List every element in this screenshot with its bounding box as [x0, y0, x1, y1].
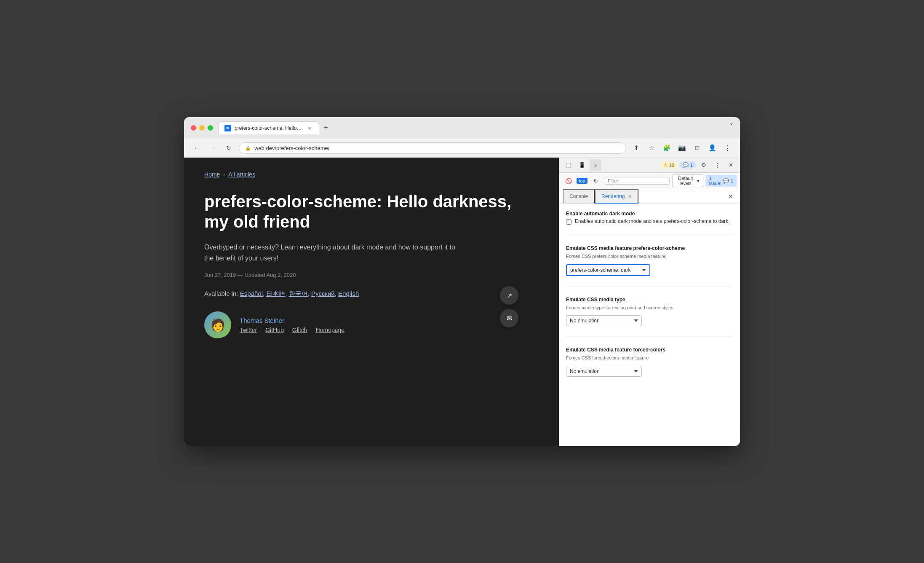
maximize-traffic-light[interactable] — [208, 125, 213, 131]
breadcrumb-separator: › — [223, 172, 225, 177]
traffic-lights — [191, 125, 213, 131]
auto-dark-mode-checkbox-row: Enables automatic dark mode and sets pre… — [566, 218, 733, 225]
tab-console[interactable]: Console — [563, 189, 595, 204]
emulate-color-scheme-desc: Forces CSS prefers-color-scheme media fe… — [566, 253, 733, 260]
author-section: 🧑 Thomas Steiner Twitter GitHub Glitch H… — [204, 311, 539, 338]
warning-badge[interactable]: ⚠ 10 — [660, 161, 678, 169]
tab-title: prefers-color-scheme: Hello d... — [235, 125, 303, 131]
devtools-panel: ⬚ 📱 » ⚠ 10 💬 1 ⚙ ⋮ — [559, 158, 740, 446]
console-filter-input[interactable] — [604, 177, 670, 185]
author-homepage-link[interactable]: Homepage — [316, 327, 345, 333]
author-name: Thomas Steiner — [240, 317, 344, 324]
author-github-link[interactable]: GitHub — [265, 327, 284, 333]
tabs-row: ≋ prefers-color-scheme: Hello d... ✕ + — [218, 121, 725, 134]
breadcrumb-articles[interactable]: All articles — [228, 171, 255, 178]
nav-actions: ⬆ ☆ 🧩 📷 ⊡ 👤 ⋮ — [630, 142, 733, 154]
devtools-toolbar: ⬚ 📱 » ⚠ 10 💬 1 ⚙ ⋮ — [559, 158, 740, 173]
browser-window: ≋ prefers-color-scheme: Hello d... ✕ + ˅ — [184, 117, 740, 446]
rendering-panel: Enable automatic dark mode Enables autom… — [559, 204, 740, 446]
devtools-secondary-toolbar: 🚫 top ↻ Default levels ▾ 1 Issue: 💬 1 — [559, 173, 740, 189]
lang-english[interactable]: English — [338, 290, 359, 297]
auto-dark-mode-section: Enable automatic dark mode Enables autom… — [566, 211, 733, 235]
clear-console-button[interactable]: 🚫 — [563, 175, 574, 187]
breadcrumb-home[interactable]: Home — [204, 171, 220, 178]
minimize-traffic-light[interactable] — [199, 125, 205, 131]
lang-russian[interactable]: Русский — [311, 290, 335, 297]
issue-badge[interactable]: 1 Issue: 💬 1 — [706, 175, 737, 187]
author-glitch-link[interactable]: Glitch — [292, 327, 307, 333]
author-links: Twitter GitHub Glitch Homepage — [240, 327, 344, 333]
new-tab-button[interactable]: + — [320, 122, 332, 134]
tab-favicon: ≋ — [224, 125, 231, 131]
refresh-console-button[interactable]: ↻ — [590, 175, 601, 187]
fab-buttons: ↗ ✉ — [500, 286, 518, 327]
title-bar: ≋ prefers-color-scheme: Hello d... ✕ + ˅ — [184, 117, 740, 139]
tab-close-button[interactable]: ✕ — [306, 125, 313, 131]
settings-button[interactable]: ⚙ — [698, 159, 710, 171]
more-panels-button[interactable]: » — [590, 159, 601, 171]
window-controls-right: ˅ — [730, 122, 733, 130]
account-button[interactable]: 👤 — [706, 142, 718, 154]
lang-espanol[interactable]: Español — [240, 290, 263, 297]
article-title: prefers-color-scheme: Hello darkness, my… — [204, 191, 539, 232]
emulate-color-scheme-section: Emulate CSS media feature prefers-color-… — [566, 245, 733, 287]
webpage: Home › All articles prefers-color-scheme… — [184, 158, 559, 446]
share-fab-button[interactable]: ↗ — [500, 286, 518, 305]
available-in: Available in: Español, 日本語, 한국어, Русский… — [204, 290, 539, 298]
extensions-button[interactable]: 🧩 — [661, 142, 673, 154]
split-button[interactable]: ⊡ — [691, 142, 703, 154]
author-info: Thomas Steiner Twitter GitHub Glitch Hom… — [240, 317, 344, 333]
devtools-close-button[interactable]: ✕ — [725, 159, 737, 171]
author-avatar: 🧑 — [204, 311, 231, 338]
emulate-color-scheme-select[interactable]: prefers-color-scheme: dark No emulation … — [566, 264, 650, 276]
auto-dark-mode-checkbox[interactable] — [566, 219, 571, 225]
more-options-button[interactable]: ⋮ — [711, 159, 723, 171]
lock-icon: 🔒 — [245, 145, 251, 151]
main-area: Home › All articles prefers-color-scheme… — [184, 158, 740, 446]
email-fab-button[interactable]: ✉ — [500, 309, 518, 327]
nav-bar: 🔒 web.dev/prefers-color-scheme/ ⬆ ☆ 🧩 📷 … — [184, 139, 740, 158]
url-text: web.dev/prefers-color-scheme/ — [254, 145, 620, 151]
window-chevron-icon: ˅ — [730, 122, 733, 130]
bookmark-button[interactable]: ☆ — [646, 142, 657, 154]
article-description: Overhyped or necessity? Learn everything… — [204, 242, 457, 263]
emulate-media-type-select[interactable]: No emulation print screen — [566, 315, 642, 326]
forward-button[interactable] — [207, 142, 219, 154]
breadcrumb: Home › All articles — [204, 171, 539, 178]
inspect-element-button[interactable]: ⬚ — [563, 159, 574, 171]
default-levels-button[interactable]: Default levels ▾ — [672, 174, 703, 187]
lang-korean[interactable]: 한국어 — [289, 290, 308, 297]
emulate-forced-colors-select[interactable]: No emulation active none — [566, 366, 642, 377]
panel-close-button[interactable]: ✕ — [725, 191, 737, 201]
issue-comment-icon: 💬 — [723, 178, 729, 184]
top-label: top — [577, 178, 587, 184]
comment-badge[interactable]: 💬 1 — [679, 161, 696, 169]
tab-rendering[interactable]: Rendering ✕ — [595, 189, 638, 204]
console-icons: 🚫 top ↻ — [563, 175, 601, 187]
emulate-media-type-section: Emulate CSS media type Forces media type… — [566, 297, 733, 337]
lang-japanese[interactable]: 日本語 — [266, 290, 285, 297]
menu-button[interactable]: ⋮ — [721, 142, 733, 154]
device-toolbar-button[interactable]: 📱 — [576, 159, 588, 171]
share-button[interactable]: ⬆ — [630, 142, 642, 154]
comment-icon: 💬 — [683, 162, 689, 168]
rendering-tab-close[interactable]: ✕ — [628, 194, 632, 199]
back-button[interactable] — [191, 142, 203, 154]
camera-button[interactable]: 📷 — [676, 142, 688, 154]
active-tab[interactable]: ≋ prefers-color-scheme: Hello d... ✕ — [218, 121, 319, 134]
devtools-tabs: Console Rendering ✕ ✕ — [559, 189, 740, 204]
comment-count: 1 — [690, 163, 693, 168]
gear-icon: ⚙ — [701, 162, 706, 168]
author-twitter-link[interactable]: Twitter — [240, 327, 257, 333]
emulate-forced-colors-desc: Forces CSS forced-colors media feature — [566, 354, 733, 362]
auto-dark-mode-title: Enable automatic dark mode — [566, 211, 733, 217]
article-date: Jun 27, 2019 — Updated Aug 2, 2020 — [204, 272, 539, 278]
auto-dark-mode-label: Enables automatic dark mode and sets pre… — [575, 218, 730, 224]
close-icon: ✕ — [729, 162, 733, 168]
reload-button[interactable] — [223, 142, 235, 154]
close-traffic-light[interactable] — [191, 125, 196, 131]
emulate-forced-colors-title: Emulate CSS media feature forced-colors — [566, 347, 733, 353]
reload-icon — [226, 145, 231, 151]
address-bar[interactable]: 🔒 web.dev/prefers-color-scheme/ — [239, 142, 626, 154]
top-context-button[interactable]: top — [576, 175, 588, 187]
